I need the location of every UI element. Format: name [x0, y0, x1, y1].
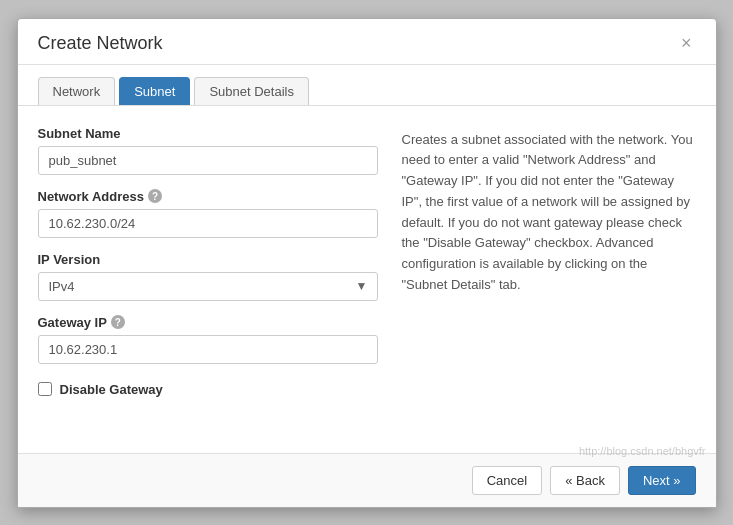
tab-subnet[interactable]: Subnet: [119, 77, 190, 105]
close-button[interactable]: ×: [677, 34, 696, 52]
subnet-name-input[interactable]: [38, 146, 378, 175]
ip-version-select[interactable]: IPv4 IPv6: [38, 272, 378, 301]
next-button[interactable]: Next »: [628, 466, 696, 495]
dialog-header: Create Network ×: [18, 19, 716, 65]
disable-gateway-row: Disable Gateway: [38, 382, 378, 397]
gateway-ip-input[interactable]: [38, 335, 378, 364]
ip-version-label: IP Version: [38, 252, 378, 267]
gateway-ip-label: Gateway IP ?: [38, 315, 378, 330]
tab-subnet-details[interactable]: Subnet Details: [194, 77, 309, 105]
ip-version-select-wrapper: IPv4 IPv6 ▼: [38, 272, 378, 301]
network-address-label: Network Address ?: [38, 189, 378, 204]
subnet-name-group: Subnet Name: [38, 126, 378, 175]
subnet-name-label: Subnet Name: [38, 126, 378, 141]
cancel-button[interactable]: Cancel: [472, 466, 542, 495]
dialog-body: Subnet Name Network Address ? IP Version…: [18, 106, 716, 453]
tab-network[interactable]: Network: [38, 77, 116, 105]
dialog-title: Create Network: [38, 33, 163, 54]
help-text-panel: Creates a subnet associated with the net…: [402, 126, 696, 443]
network-address-input[interactable]: [38, 209, 378, 238]
disable-gateway-label: Disable Gateway: [60, 382, 163, 397]
disable-gateway-checkbox[interactable]: [38, 382, 52, 396]
create-network-dialog: Create Network × Network Subnet Subnet D…: [17, 18, 717, 508]
network-address-group: Network Address ?: [38, 189, 378, 238]
network-address-help-icon[interactable]: ?: [148, 189, 162, 203]
left-panel: Subnet Name Network Address ? IP Version…: [38, 126, 378, 443]
back-button[interactable]: « Back: [550, 466, 620, 495]
ip-version-group: IP Version IPv4 IPv6 ▼: [38, 252, 378, 301]
gateway-ip-help-icon[interactable]: ?: [111, 315, 125, 329]
dialog-footer: Cancel « Back Next »: [18, 453, 716, 507]
help-text: Creates a subnet associated with the net…: [402, 130, 696, 296]
gateway-ip-group: Gateway IP ?: [38, 315, 378, 364]
tab-bar: Network Subnet Subnet Details: [18, 65, 716, 106]
